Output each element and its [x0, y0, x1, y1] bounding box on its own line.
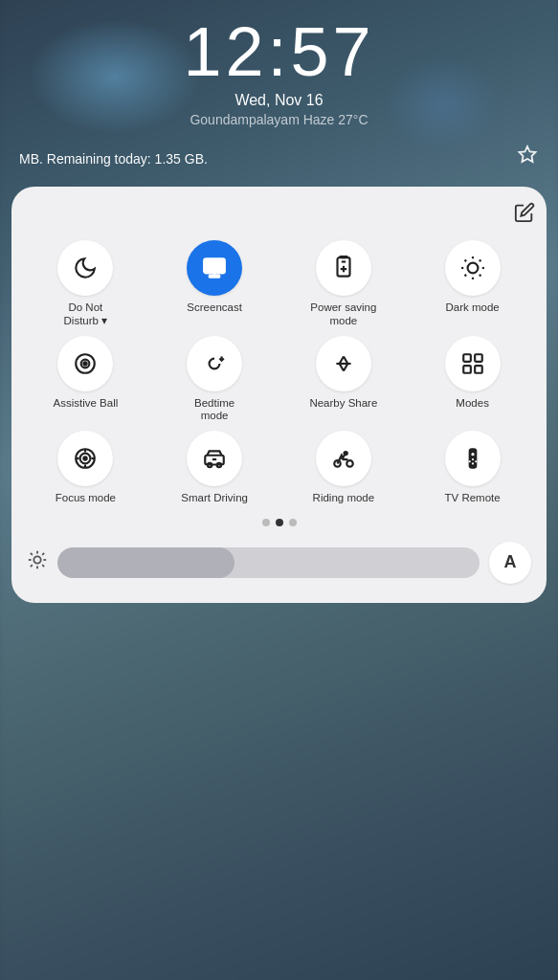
power-saving-label: Power saving mode	[309, 301, 378, 328]
svg-line-14	[480, 275, 481, 277]
riding-mode-label: Riding mode	[313, 492, 375, 505]
assistive-ball-circle	[57, 336, 113, 391]
modes-button[interactable]: Modes	[410, 336, 535, 424]
focus-mode-circle	[57, 431, 113, 486]
modes-circle	[445, 336, 501, 391]
page-dots	[23, 519, 535, 526]
dot-1[interactable]	[262, 519, 270, 526]
bedtime-mode-circle	[187, 336, 242, 391]
smart-driving-label: Smart Driving	[181, 492, 248, 505]
font-size-button[interactable]: A	[489, 542, 531, 584]
svg-line-13	[464, 260, 466, 262]
power-saving-circle	[316, 240, 371, 296]
svg-rect-9	[341, 256, 347, 257]
weather: Goundampalayam Haze 27°C	[0, 112, 558, 127]
settings-icon[interactable]	[516, 145, 539, 173]
edit-button-row	[23, 202, 535, 229]
svg-point-41	[471, 453, 474, 456]
data-remaining-text: MB. Remaining today: 1.35 GB.	[19, 151, 208, 167]
svg-point-42	[472, 458, 474, 460]
brightness-slider[interactable]	[57, 547, 480, 578]
assistive-ball-button[interactable]: Assistive Ball	[23, 336, 148, 424]
dark-mode-button[interactable]: Dark mode	[410, 240, 535, 328]
do-not-disturb-button[interactable]: Do Not Disturb ▾	[23, 240, 148, 328]
brightness-row: A	[23, 542, 535, 584]
riding-mode-button[interactable]: Riding mode	[281, 431, 407, 505]
smart-driving-button[interactable]: Smart Driving	[152, 431, 278, 505]
modes-label: Modes	[456, 397, 489, 411]
svg-point-28	[84, 457, 87, 460]
nearby-share-label: Nearby Share	[309, 397, 377, 411]
svg-line-49	[31, 553, 33, 555]
riding-mode-circle	[316, 431, 371, 486]
svg-line-50	[42, 566, 44, 568]
quick-grid-row1: Do Not Disturb ▾ Screencast	[23, 240, 535, 328]
nearby-share-circle	[316, 336, 371, 391]
svg-point-21	[84, 362, 87, 365]
quick-panel: Do Not Disturb ▾ Screencast	[11, 187, 547, 603]
screencast-label: Screencast	[187, 301, 242, 315]
svg-point-45	[475, 460, 477, 462]
status-bar: 12:57 Wed, Nov 16 Goundampalayam Haze 27…	[0, 0, 558, 127]
svg-point-44	[468, 460, 470, 462]
tv-remote-circle	[445, 431, 501, 486]
svg-line-54	[42, 553, 44, 555]
svg-rect-23	[475, 354, 482, 362]
svg-rect-2	[210, 276, 220, 278]
svg-rect-22	[463, 354, 471, 362]
date: Wed, Nov 16	[0, 92, 558, 109]
svg-point-43	[472, 463, 474, 465]
svg-point-10	[467, 263, 478, 274]
clock: 12:57	[0, 17, 558, 86]
svg-line-17	[464, 275, 466, 277]
do-not-disturb-circle	[57, 240, 113, 296]
screencast-button[interactable]: Screencast	[152, 240, 278, 328]
svg-point-38	[346, 460, 353, 467]
dark-mode-circle	[445, 240, 501, 296]
smart-driving-circle	[187, 431, 242, 486]
do-not-disturb-label: Do Not Disturb ▾	[51, 301, 120, 328]
power-saving-button[interactable]: Power saving mode	[281, 240, 407, 328]
tv-remote-label: TV Remote	[445, 492, 501, 505]
svg-rect-24	[463, 366, 471, 373]
svg-rect-25	[475, 366, 482, 373]
quick-grid-row2: Assistive Ball Bedtime mode	[23, 336, 535, 424]
data-bar: MB. Remaining today: 1.35 GB.	[0, 135, 558, 183]
svg-line-18	[480, 260, 481, 262]
quick-grid-row3: Focus mode Smart Driving	[23, 431, 535, 505]
focus-mode-button[interactable]: Focus mode	[23, 431, 148, 505]
dark-mode-label: Dark mode	[446, 301, 500, 315]
screencast-circle	[187, 240, 242, 296]
focus-mode-label: Focus mode	[56, 492, 116, 505]
brightness-fill	[57, 547, 234, 578]
assistive-ball-label: Assistive Ball	[54, 397, 119, 411]
dot-2[interactable]	[276, 519, 283, 526]
tv-remote-button[interactable]: TV Remote	[410, 431, 535, 505]
brightness-icon	[27, 549, 48, 575]
dot-3[interactable]	[289, 519, 297, 526]
bedtime-mode-button[interactable]: Bedtime mode	[152, 336, 278, 424]
edit-icon[interactable]	[514, 202, 535, 229]
svg-line-53	[31, 566, 33, 568]
svg-point-46	[33, 557, 40, 564]
svg-marker-0	[520, 146, 536, 162]
bedtime-mode-label: Bedtime mode	[180, 397, 249, 424]
nearby-share-button[interactable]: Nearby Share	[281, 336, 407, 424]
